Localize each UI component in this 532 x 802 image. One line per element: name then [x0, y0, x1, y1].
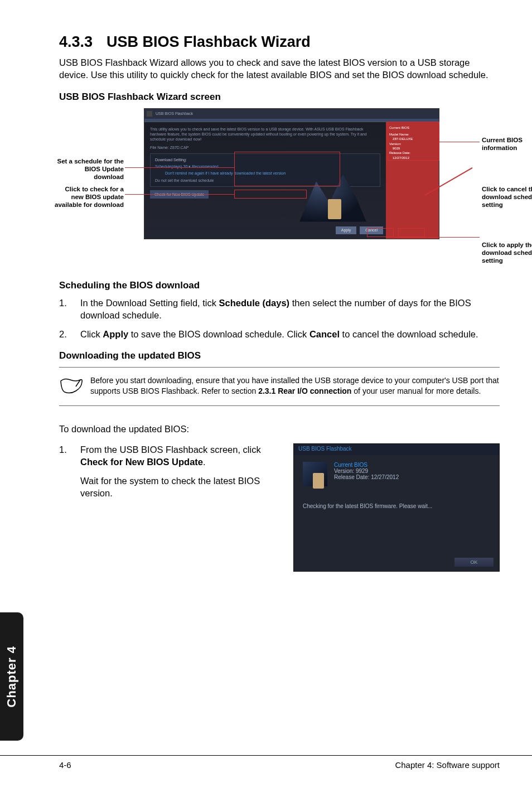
usb-stick-icon	[328, 199, 341, 219]
apply-button: Apply	[336, 226, 357, 234]
shot-file-label: File Name: Z87D.CAP	[150, 145, 380, 150]
section-title: USB BIOS Flashback Wizard	[107, 33, 311, 50]
window-title: USB BIOS Flashback	[156, 112, 193, 115]
footer-title: Chapter 4: Software support	[395, 760, 500, 770]
step-number: 2.	[59, 328, 80, 340]
dialog-title: USB BIOS Flashback	[294, 444, 499, 455]
callout-line	[394, 237, 480, 238]
usb-stick-icon	[303, 462, 327, 486]
note-icon	[59, 375, 90, 398]
callout-label-schedule: Set a schedule for the BIOS Update downl…	[55, 157, 124, 181]
intro-paragraph: USB BIOS Flashback Wizard allows you to …	[59, 56, 500, 81]
version-text: Version: 9929	[334, 468, 399, 474]
wizard-screenshot-figure: USB BIOS Flashback This utility allows y…	[59, 108, 500, 270]
wait-text: Wait for the system to check the latest …	[80, 475, 281, 500]
checking-text: Checking for the latest BIOS firmware. P…	[294, 486, 499, 509]
callout-label-cancel: Click to cancel the download schedule se…	[482, 185, 532, 209]
note-box: Before you start downloading, ensure tha…	[59, 367, 500, 406]
schedule-steps: 1. In the Download Setting field, tick S…	[59, 297, 500, 341]
chapter-side-tab: Chapter 4	[0, 612, 23, 741]
screen-heading: USB BIOS Flashback Wizard screen	[59, 91, 500, 103]
ok-button: OK	[454, 558, 494, 567]
callout-label-check: Click to check for a new BIOS update ava…	[55, 185, 124, 209]
release-date-text: Release Date: 12/27/2012	[334, 474, 399, 480]
shot-desc: This utility allows you to check and sav…	[150, 127, 380, 142]
list-item: 1. In the Download Setting field, tick S…	[59, 297, 500, 322]
step-number: 1.	[59, 297, 80, 322]
apply-highlight-box	[367, 228, 394, 237]
download-intro: To download the updated BIOS:	[59, 423, 500, 435]
schedule-highlight-box	[234, 152, 340, 186]
callout-label-apply: Click to apply the download schedule set…	[482, 241, 532, 265]
check-button-highlight-box	[234, 190, 307, 199]
section-heading: 4.3.3USB BIOS Flashback Wizard	[59, 33, 500, 51]
schedule-heading: Scheduling the BIOS download	[59, 280, 500, 291]
bios-info-highlight-box	[388, 122, 439, 161]
check-bios-screenshot: USB BIOS Flashback Current BIOS Version:…	[293, 443, 500, 572]
callout-line	[125, 194, 234, 195]
list-item: 2. Click Apply to save the BIOS download…	[59, 328, 500, 340]
list-item: 1. From the USB BIOS Flashback screen, c…	[59, 443, 281, 500]
callout-line	[439, 142, 480, 143]
page-number: 4-6	[59, 760, 71, 770]
note-text: Before you start downloading, ensure tha…	[90, 375, 500, 397]
download-heading: Downloading the updated BIOS	[59, 350, 500, 361]
tab-label: Chapter 4	[4, 646, 19, 707]
current-bios-label: Current BIOS	[334, 462, 399, 468]
page-footer: 4-6 Chapter 4: Software support	[0, 755, 532, 770]
cancel-highlight-box	[398, 228, 425, 237]
section-number: 4.3.3	[59, 33, 107, 51]
step-number: 1.	[59, 443, 80, 500]
callout-label-bios-info: Current BIOS information	[482, 136, 532, 152]
callout-line	[125, 167, 234, 168]
